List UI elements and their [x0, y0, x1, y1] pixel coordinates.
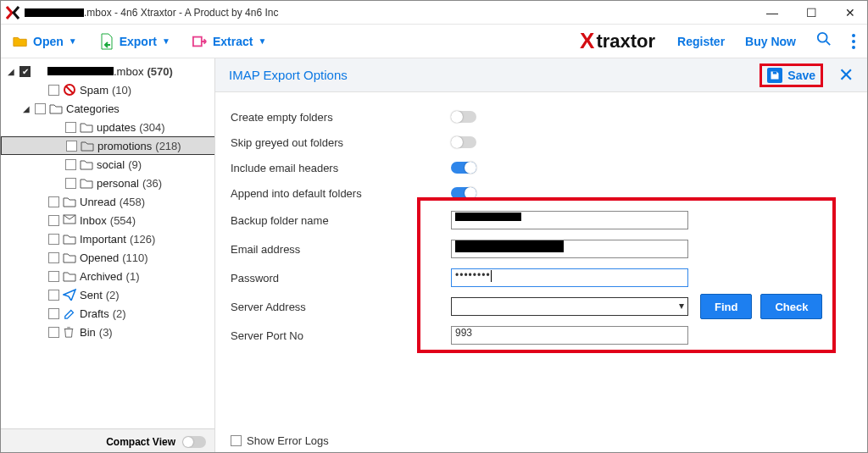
- input-password[interactable]: ••••••••: [451, 268, 688, 287]
- tree-item[interactable]: Important (126): [1, 229, 214, 248]
- tree-item[interactable]: Sent (2): [1, 285, 214, 304]
- tree-item-count: (36): [142, 177, 162, 190]
- compact-view-toggle[interactable]: [182, 436, 206, 448]
- label-password: Password: [231, 272, 451, 285]
- input-backup-folder[interactable]: [451, 211, 688, 229]
- tree-item-count: (110): [122, 251, 147, 264]
- tree-item-label: social: [97, 158, 125, 171]
- tree-item[interactable]: Spam (10): [1, 80, 214, 99]
- label-server-port: Server Port No: [231, 329, 451, 342]
- tree-item-count: (2): [113, 307, 126, 320]
- label-append-default: Append into default folders: [231, 187, 451, 200]
- tree-item[interactable]: Drafts (2): [1, 304, 214, 323]
- search-icon[interactable]: [816, 31, 832, 51]
- pane-title: IMAP Export Options: [229, 68, 348, 82]
- app-logo-icon: [6, 6, 19, 19]
- show-error-logs-row[interactable]: Show Error Logs: [231, 434, 329, 447]
- label-skip-greyed: Skip greyed out folders: [231, 136, 451, 149]
- tree-item-label: Important: [80, 233, 126, 246]
- checkbox[interactable]: [65, 159, 76, 170]
- tree-item-label: Categories: [66, 102, 120, 115]
- tree-item[interactable]: Unread (458): [1, 192, 214, 211]
- close-button[interactable]: ✕: [838, 6, 862, 19]
- tree-item-label: updates: [97, 121, 136, 134]
- export-form: Create empty folders Skip greyed out fol…: [215, 92, 867, 453]
- svg-rect-0: [193, 36, 202, 46]
- find-button[interactable]: Find: [700, 294, 752, 319]
- checkbox[interactable]: [48, 327, 59, 338]
- pane-header: IMAP Export Options Save ✕: [215, 58, 867, 92]
- checkbox[interactable]: [48, 308, 59, 319]
- checkbox[interactable]: [48, 290, 59, 301]
- checkbox[interactable]: [48, 85, 59, 96]
- sent-icon: [63, 289, 76, 301]
- input-server-port[interactable]: 993: [451, 326, 688, 345]
- tree-item[interactable]: updates (304): [1, 118, 214, 136]
- checkbox[interactable]: [48, 215, 59, 226]
- checkbox[interactable]: [48, 252, 59, 263]
- tree-item-label: Drafts: [80, 307, 109, 320]
- checkbox-show-errors[interactable]: [231, 435, 242, 446]
- tree-item-count: (304): [139, 121, 164, 134]
- register-link[interactable]: Register: [677, 35, 725, 48]
- tree-item[interactable]: Opened (110): [1, 248, 214, 267]
- tree-item[interactable]: Archived (1): [1, 267, 214, 285]
- toggle-append-default[interactable]: [451, 187, 476, 199]
- select-server-address[interactable]: [451, 297, 688, 316]
- folder-icon: [63, 251, 76, 263]
- save-button[interactable]: Save: [760, 64, 823, 87]
- tree-item[interactable]: Bin (3): [1, 323, 214, 341]
- more-menu-icon[interactable]: [852, 34, 855, 49]
- folder-icon: [80, 177, 93, 189]
- toggle-skip-greyed[interactable]: [451, 136, 476, 148]
- close-pane-icon[interactable]: ✕: [838, 64, 854, 86]
- checkbox[interactable]: [65, 178, 76, 189]
- tree-item[interactable]: social (9): [1, 155, 214, 174]
- bin-icon: [63, 326, 76, 338]
- svg-point-1: [818, 33, 827, 42]
- inbox-icon: [63, 214, 76, 226]
- folder-icon: [63, 270, 76, 282]
- checkbox[interactable]: ✔: [19, 66, 31, 77]
- main-toolbar: Open▼ Export▼ Extract▼ Xtraxtor Register…: [1, 25, 867, 58]
- tree-item[interactable]: promotions (218): [1, 136, 214, 155]
- checkbox[interactable]: [48, 196, 59, 207]
- extract-button[interactable]: Extract▼: [192, 34, 266, 49]
- toggle-include-headers[interactable]: [451, 162, 476, 174]
- folder-icon: [80, 158, 93, 170]
- folder-icon: [63, 196, 76, 207]
- input-email[interactable]: [451, 240, 688, 258]
- extract-icon: [192, 34, 208, 49]
- open-button[interactable]: Open▼: [13, 34, 77, 49]
- compact-view-label: Compact View: [106, 436, 175, 448]
- tree-item[interactable]: ◢Categories: [1, 99, 214, 118]
- maximize-button[interactable]: ☐: [799, 6, 823, 19]
- tree-root[interactable]: ◢ ✔ .mbox (570): [1, 62, 214, 80]
- checkbox[interactable]: [65, 122, 76, 133]
- tree-item-count: (3): [99, 326, 113, 339]
- check-button[interactable]: Check: [760, 294, 822, 319]
- tree-item-label: Bin: [80, 326, 96, 339]
- tree-item-count: (554): [110, 214, 136, 227]
- brand-logo: Xtraxtor: [580, 28, 655, 54]
- label-create-empty: Create empty folders: [231, 111, 451, 124]
- folder-tree[interactable]: ◢ ✔ .mbox (570) Spam (10)◢Categories upd…: [1, 58, 214, 428]
- checkbox[interactable]: [48, 234, 59, 245]
- folder-icon: [81, 140, 94, 152]
- tree-item-label: Inbox: [80, 214, 107, 227]
- checkbox[interactable]: [48, 271, 59, 282]
- label-include-headers: Include email headers: [231, 162, 451, 174]
- checkbox[interactable]: [35, 103, 46, 114]
- buy-now-link[interactable]: Buy Now: [745, 35, 796, 48]
- folder-tree-sidebar: ◢ ✔ .mbox (570) Spam (10)◢Categories upd…: [1, 58, 215, 453]
- minimize-button[interactable]: —: [760, 6, 784, 19]
- export-button[interactable]: Export▼: [99, 34, 170, 49]
- tree-item-label: Opened: [80, 251, 119, 264]
- tree-item[interactable]: personal (36): [1, 174, 214, 192]
- checkbox[interactable]: [66, 141, 77, 152]
- toggle-create-empty[interactable]: [451, 111, 476, 123]
- folder-icon: [63, 233, 76, 245]
- folder-icon: [80, 121, 93, 133]
- tree-item[interactable]: Inbox (554): [1, 211, 214, 229]
- window-title: .mbox - 4n6 Xtraxtor - A Product by 4n6 …: [25, 7, 278, 19]
